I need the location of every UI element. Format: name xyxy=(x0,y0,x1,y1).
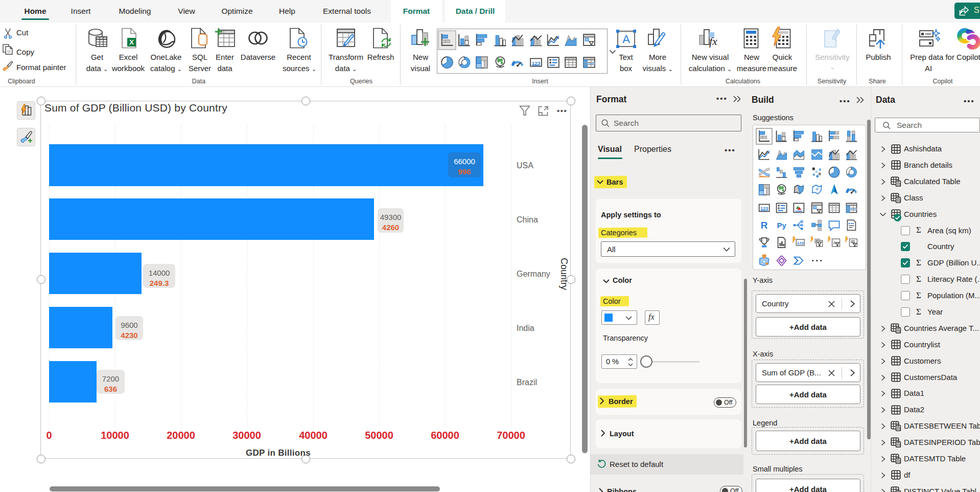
svg-text:X: X xyxy=(129,38,134,46)
svg-text:A: A xyxy=(622,33,630,46)
svg-text:fx: fx xyxy=(709,35,717,48)
